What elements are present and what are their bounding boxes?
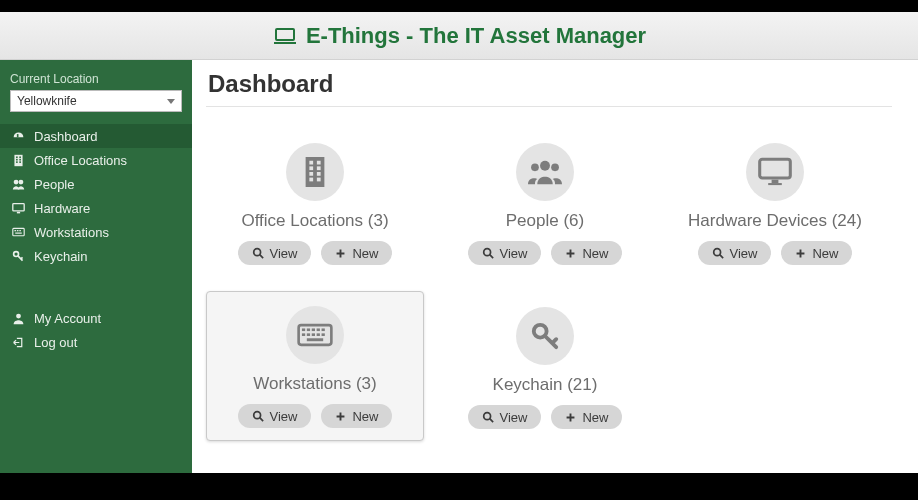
search-icon (712, 247, 724, 259)
view-label: View (270, 409, 298, 424)
card-hardware-devices[interactable]: Hardware Devices (24) View New (666, 127, 884, 277)
svg-rect-29 (317, 178, 321, 182)
new-label: New (582, 246, 608, 261)
people-icon (516, 143, 574, 201)
svg-point-32 (551, 164, 559, 172)
svg-rect-47 (307, 338, 323, 341)
svg-rect-22 (309, 161, 313, 165)
nav-label: Keychain (34, 249, 87, 264)
building-icon (286, 143, 344, 201)
svg-rect-24 (309, 166, 313, 170)
view-button[interactable]: View (238, 241, 312, 265)
svg-rect-23 (317, 161, 321, 165)
new-button[interactable]: New (321, 241, 392, 265)
nav-workstations[interactable]: Workstations (0, 220, 192, 244)
svg-rect-46 (322, 333, 325, 336)
new-label: New (582, 410, 608, 425)
nav-label: Office Locations (34, 153, 127, 168)
svg-rect-27 (317, 172, 321, 176)
svg-rect-42 (302, 333, 305, 336)
page-title: Dashboard (206, 70, 892, 107)
svg-rect-35 (768, 183, 782, 185)
svg-rect-41 (322, 328, 325, 331)
nav-label: Workstations (34, 225, 109, 240)
nav-my-account[interactable]: My Account (0, 306, 192, 330)
svg-rect-44 (312, 333, 315, 336)
view-button[interactable]: View (238, 404, 312, 428)
svg-rect-43 (307, 333, 310, 336)
nav-label: My Account (34, 311, 101, 326)
nav-label: Dashboard (34, 129, 98, 144)
chevron-down-icon (167, 99, 175, 104)
svg-rect-34 (772, 180, 779, 183)
plus-icon (335, 248, 346, 259)
plus-icon (565, 248, 576, 259)
svg-rect-38 (307, 328, 310, 331)
new-label: New (352, 409, 378, 424)
key-icon (12, 250, 25, 263)
logout-icon (12, 336, 25, 349)
plus-icon (795, 248, 806, 259)
app-header: E-Things - The IT Asset Manager (0, 12, 918, 60)
view-button[interactable]: View (468, 241, 542, 265)
card-title: Hardware Devices (24) (688, 211, 862, 231)
svg-rect-28 (309, 178, 313, 182)
svg-rect-39 (312, 328, 315, 331)
new-button[interactable]: New (551, 405, 622, 429)
nav-people[interactable]: People (0, 172, 192, 196)
nav-keychain[interactable]: Keychain (0, 244, 192, 268)
keyboard-icon (286, 306, 344, 364)
plus-icon (335, 411, 346, 422)
search-icon (252, 410, 264, 422)
keyboard-icon (12, 226, 25, 239)
nav-hardware[interactable]: Hardware (0, 196, 192, 220)
card-title: Keychain (21) (493, 375, 598, 395)
svg-rect-26 (309, 172, 313, 176)
view-label: View (500, 410, 528, 425)
card-keychain[interactable]: Keychain (21) View New (436, 291, 654, 441)
card-people[interactable]: People (6) View New (436, 127, 654, 277)
view-label: View (270, 246, 298, 261)
laptop-icon (272, 25, 298, 47)
nav-label: Hardware (34, 201, 90, 216)
svg-point-30 (540, 161, 550, 171)
card-title: Office Locations (3) (241, 211, 388, 231)
monitor-icon (746, 143, 804, 201)
people-icon (12, 178, 25, 191)
sidebar: Current Location Yellowknife DashboardOf… (0, 60, 192, 473)
new-button[interactable]: New (321, 404, 392, 428)
card-workstations[interactable]: Workstations (3) View New (206, 291, 424, 441)
card-office-locations[interactable]: Office Locations (3) View New (206, 127, 424, 277)
svg-point-31 (531, 164, 539, 172)
search-icon (482, 411, 494, 423)
svg-rect-37 (302, 328, 305, 331)
search-icon (252, 247, 264, 259)
monitor-icon (12, 202, 25, 215)
svg-rect-33 (760, 159, 791, 178)
nav-dashboard[interactable]: Dashboard (0, 124, 192, 148)
svg-rect-45 (317, 333, 320, 336)
location-label: Current Location (10, 72, 182, 86)
svg-rect-21 (306, 157, 325, 187)
view-label: View (500, 246, 528, 261)
dashboard-icon (12, 130, 25, 143)
new-label: New (352, 246, 378, 261)
view-label: View (730, 246, 758, 261)
card-title: Workstations (3) (253, 374, 376, 394)
nav-log-out[interactable]: Log out (0, 330, 192, 354)
nav-office-locations[interactable]: Office Locations (0, 148, 192, 172)
svg-rect-40 (317, 328, 320, 331)
nav-label: People (34, 177, 74, 192)
location-value: Yellowknife (17, 94, 77, 108)
new-button[interactable]: New (551, 241, 622, 265)
new-label: New (812, 246, 838, 261)
search-icon (482, 247, 494, 259)
view-button[interactable]: View (698, 241, 772, 265)
user-icon (12, 312, 25, 325)
nav-label: Log out (34, 335, 77, 350)
location-select[interactable]: Yellowknife (10, 90, 182, 112)
app-title: E-Things - The IT Asset Manager (306, 23, 646, 49)
new-button[interactable]: New (781, 241, 852, 265)
svg-rect-25 (317, 166, 321, 170)
view-button[interactable]: View (468, 405, 542, 429)
